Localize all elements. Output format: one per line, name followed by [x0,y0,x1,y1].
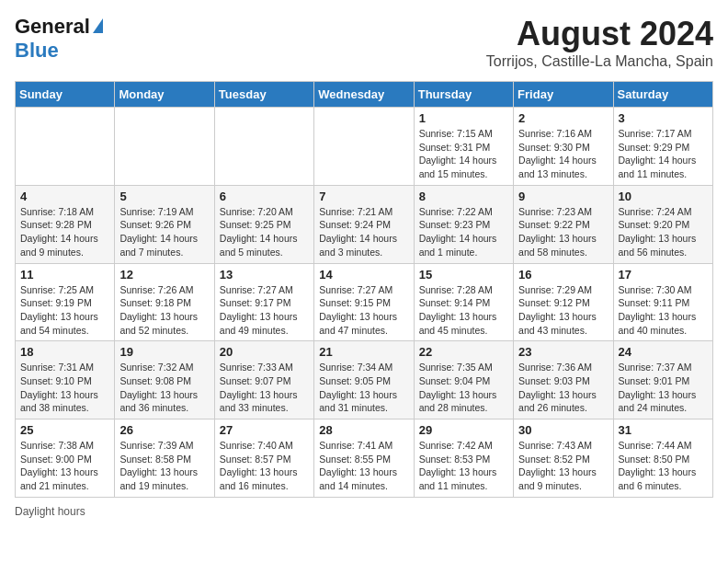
cell-info: Sunrise: 7:36 AM Sunset: 9:03 PM Dayligh… [518,361,608,415]
table-row: 23Sunrise: 7:36 AM Sunset: 9:03 PM Dayli… [514,341,613,419]
logo-general: General [15,15,90,39]
cell-info: Sunrise: 7:27 AM Sunset: 9:17 PM Dayligh… [220,283,309,338]
cell-date: 10 [619,190,708,203]
cell-date: 17 [619,268,708,282]
cell-date: 31 [619,423,708,437]
logo: General Blue [15,15,103,63]
cell-date: 2 [518,111,608,125]
table-row: 24Sunrise: 7:37 AM Sunset: 9:01 PM Dayli… [613,341,712,419]
table-row: 28Sunrise: 7:41 AM Sunset: 8:55 PM Dayli… [314,419,414,498]
cell-date: 21 [319,345,408,359]
page-subtitle: Torrijos, Castille-La Mancha, Spain [486,53,713,70]
cell-date: 7 [319,190,408,203]
weekday-wednesday: Wednesday [314,82,414,108]
cell-date: 11 [20,268,109,282]
page-title: August 2024 [486,15,713,53]
calendar-week-3: 11Sunrise: 7:25 AM Sunset: 9:19 PM Dayli… [16,263,713,341]
table-row [314,108,414,186]
cell-info: Sunrise: 7:31 AM Sunset: 9:10 PM Dayligh… [20,361,109,415]
table-row: 29Sunrise: 7:42 AM Sunset: 8:53 PM Dayli… [414,419,513,498]
footer-note: Daylight hours [15,505,713,518]
table-row: 17Sunrise: 7:30 AM Sunset: 9:11 PM Dayli… [613,263,712,341]
calendar-table: SundayMondayTuesdayWednesdayThursdayFrid… [15,81,713,498]
cell-date: 28 [319,423,408,437]
calendar-header-row: SundayMondayTuesdayWednesdayThursdayFrid… [16,82,713,108]
table-row: 8Sunrise: 7:22 AM Sunset: 9:23 PM Daylig… [414,185,513,263]
table-row: 31Sunrise: 7:44 AM Sunset: 8:50 PM Dayli… [613,419,712,498]
table-row: 10Sunrise: 7:24 AM Sunset: 9:20 PM Dayli… [613,185,712,263]
table-row: 6Sunrise: 7:20 AM Sunset: 9:25 PM Daylig… [214,185,313,263]
logo-blue: Blue [15,39,59,62]
logo-triangle-icon [93,18,103,33]
table-row: 14Sunrise: 7:27 AM Sunset: 9:15 PM Dayli… [314,263,414,341]
cell-info: Sunrise: 7:23 AM Sunset: 9:22 PM Dayligh… [518,205,608,259]
cell-info: Sunrise: 7:15 AM Sunset: 9:31 PM Dayligh… [419,127,508,181]
table-row: 9Sunrise: 7:23 AM Sunset: 9:22 PM Daylig… [514,185,613,263]
header: General Blue August 2024 Torrijos, Casti… [15,15,713,70]
cell-info: Sunrise: 7:16 AM Sunset: 9:30 PM Dayligh… [518,127,608,181]
cell-date: 19 [119,345,209,359]
table-row: 2Sunrise: 7:16 AM Sunset: 9:30 PM Daylig… [514,108,613,186]
cell-date: 26 [119,423,209,437]
table-row: 16Sunrise: 7:29 AM Sunset: 9:12 PM Dayli… [514,263,613,341]
cell-date: 14 [319,268,408,282]
cell-date: 6 [220,190,309,203]
calendar-week-4: 18Sunrise: 7:31 AM Sunset: 9:10 PM Dayli… [16,341,713,419]
table-row: 19Sunrise: 7:32 AM Sunset: 9:08 PM Dayli… [115,341,214,419]
cell-info: Sunrise: 7:38 AM Sunset: 9:00 PM Dayligh… [20,439,109,493]
cell-date: 27 [220,423,309,437]
table-row: 22Sunrise: 7:35 AM Sunset: 9:04 PM Dayli… [414,341,513,419]
cell-date: 30 [518,423,608,437]
cell-date: 23 [518,345,608,359]
table-row: 21Sunrise: 7:34 AM Sunset: 9:05 PM Dayli… [314,341,414,419]
cell-info: Sunrise: 7:24 AM Sunset: 9:20 PM Dayligh… [619,205,708,259]
cell-date: 29 [419,423,508,437]
table-row: 3Sunrise: 7:17 AM Sunset: 9:29 PM Daylig… [613,108,712,186]
cell-info: Sunrise: 7:28 AM Sunset: 9:14 PM Dayligh… [419,283,508,338]
cell-date: 9 [518,190,608,203]
cell-info: Sunrise: 7:20 AM Sunset: 9:25 PM Dayligh… [220,205,309,259]
cell-date: 5 [119,190,209,203]
table-row: 20Sunrise: 7:33 AM Sunset: 9:07 PM Dayli… [214,341,313,419]
cell-info: Sunrise: 7:39 AM Sunset: 8:58 PM Dayligh… [119,439,209,493]
weekday-monday: Monday [115,82,214,108]
title-area: August 2024 Torrijos, Castille-La Mancha… [486,15,713,70]
cell-info: Sunrise: 7:33 AM Sunset: 9:07 PM Dayligh… [220,361,309,415]
cell-info: Sunrise: 7:29 AM Sunset: 9:12 PM Dayligh… [518,283,608,338]
cell-info: Sunrise: 7:34 AM Sunset: 9:05 PM Dayligh… [319,361,408,415]
calendar-week-2: 4Sunrise: 7:18 AM Sunset: 9:28 PM Daylig… [16,185,713,263]
table-row: 5Sunrise: 7:19 AM Sunset: 9:26 PM Daylig… [115,185,214,263]
cell-date: 22 [419,345,508,359]
cell-info: Sunrise: 7:41 AM Sunset: 8:55 PM Dayligh… [319,439,408,493]
weekday-tuesday: Tuesday [214,82,313,108]
cell-info: Sunrise: 7:26 AM Sunset: 9:18 PM Dayligh… [119,283,209,338]
table-row: 7Sunrise: 7:21 AM Sunset: 9:24 PM Daylig… [314,185,414,263]
weekday-sunday: Sunday [16,82,115,108]
cell-info: Sunrise: 7:42 AM Sunset: 8:53 PM Dayligh… [419,439,508,493]
table-row: 13Sunrise: 7:27 AM Sunset: 9:17 PM Dayli… [214,263,313,341]
cell-info: Sunrise: 7:43 AM Sunset: 8:52 PM Dayligh… [518,439,608,493]
cell-info: Sunrise: 7:40 AM Sunset: 8:57 PM Dayligh… [220,439,309,493]
calendar-week-1: 1Sunrise: 7:15 AM Sunset: 9:31 PM Daylig… [16,108,713,186]
cell-date: 13 [220,268,309,282]
table-row: 30Sunrise: 7:43 AM Sunset: 8:52 PM Dayli… [514,419,613,498]
cell-info: Sunrise: 7:19 AM Sunset: 9:26 PM Dayligh… [119,205,209,259]
table-row: 26Sunrise: 7:39 AM Sunset: 8:58 PM Dayli… [115,419,214,498]
cell-info: Sunrise: 7:18 AM Sunset: 9:28 PM Dayligh… [20,205,109,259]
table-row: 15Sunrise: 7:28 AM Sunset: 9:14 PM Dayli… [414,263,513,341]
cell-date: 18 [20,345,109,359]
cell-date: 3 [619,111,708,125]
cell-date: 8 [419,190,508,203]
cell-date: 1 [419,111,508,125]
table-row: 27Sunrise: 7:40 AM Sunset: 8:57 PM Dayli… [214,419,313,498]
cell-info: Sunrise: 7:37 AM Sunset: 9:01 PM Dayligh… [619,361,708,415]
cell-date: 15 [419,268,508,282]
cell-info: Sunrise: 7:22 AM Sunset: 9:23 PM Dayligh… [419,205,508,259]
table-row: 4Sunrise: 7:18 AM Sunset: 9:28 PM Daylig… [16,185,115,263]
table-row [16,108,115,186]
table-row [214,108,313,186]
table-row [115,108,214,186]
cell-date: 25 [20,423,109,437]
cell-info: Sunrise: 7:32 AM Sunset: 9:08 PM Dayligh… [119,361,209,415]
table-row: 11Sunrise: 7:25 AM Sunset: 9:19 PM Dayli… [16,263,115,341]
